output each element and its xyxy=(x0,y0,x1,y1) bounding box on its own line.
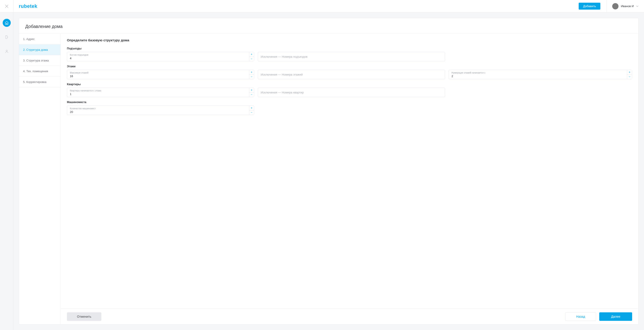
entrance-count-plus[interactable]: + xyxy=(249,52,254,57)
apartment-exclusions-input[interactable] xyxy=(261,91,442,94)
entrance-exclusions-input[interactable] xyxy=(261,55,442,58)
wizard-card: Добавление дома 1. Адрес 2. Структура до… xyxy=(19,18,639,325)
step-1-address[interactable]: 1. Адрес xyxy=(19,34,60,44)
page-title: Добавление дома xyxy=(25,24,632,29)
form-heading: Определите базовую структуру дома xyxy=(67,38,632,42)
apartment-start-value: 1 xyxy=(70,92,248,96)
svg-point-2 xyxy=(6,50,8,51)
main-area: Добавление дома 1. Адрес 2. Структура до… xyxy=(14,12,644,330)
user-icon xyxy=(5,49,9,53)
svg-point-1 xyxy=(8,37,8,37)
floor-max-stepper[interactable]: Максимум этажей 16 + − xyxy=(67,70,254,79)
add-button[interactable]: Добавить xyxy=(579,3,600,9)
apartment-exclusions-field[interactable] xyxy=(258,88,445,97)
side-nav xyxy=(0,12,14,330)
step-4-tech-rooms[interactable]: 4. Тех. помещения xyxy=(19,66,60,77)
back-button[interactable]: Назад xyxy=(565,312,596,321)
next-button[interactable]: Далее xyxy=(599,312,632,321)
form-area: Определите базовую структуру дома Подъез… xyxy=(61,34,638,325)
card-header: Добавление дома xyxy=(19,18,638,34)
nav-item-users[interactable] xyxy=(3,47,11,55)
brand-logo: rubetek xyxy=(14,3,37,9)
nav-item-buildings[interactable] xyxy=(3,19,11,27)
section-apartments-title: Квартиры xyxy=(67,83,632,86)
floor-numbering-plus[interactable]: + xyxy=(627,70,632,75)
svg-rect-0 xyxy=(6,35,7,39)
close-button[interactable] xyxy=(0,0,14,12)
entrance-count-value: 4 xyxy=(70,56,248,60)
floor-numbering-minus[interactable]: − xyxy=(627,75,632,79)
entrance-exclusions-field[interactable] xyxy=(258,52,445,61)
floor-max-minus[interactable]: − xyxy=(249,75,254,79)
section-floors-title: Этажи xyxy=(67,65,632,68)
floor-max-value: 16 xyxy=(70,74,248,78)
parking-count-value: 20 xyxy=(70,110,248,114)
building-icon xyxy=(5,21,9,25)
nav-item-devices[interactable] xyxy=(3,33,11,41)
wizard-steps: 1. Адрес 2. Структура дома 3. Структура … xyxy=(19,34,61,325)
step-3-floor-structure[interactable]: 3. Структура этажа xyxy=(19,55,60,66)
section-parking-title: Машиноместа xyxy=(67,101,632,104)
parking-count-minus[interactable]: − xyxy=(249,110,254,115)
floor-numbering-value: 2 xyxy=(452,74,626,78)
apartment-start-label: Квартиры начинаются с этажа xyxy=(70,90,248,92)
section-entrances-title: Подъезды xyxy=(67,47,632,50)
entrance-count-minus[interactable]: − xyxy=(249,57,254,61)
apartment-start-minus[interactable]: − xyxy=(249,93,254,97)
step-5-correction[interactable]: 5. Корректировка xyxy=(19,77,60,87)
chevron-down-icon xyxy=(636,5,639,7)
device-icon xyxy=(5,35,9,39)
user-name: Иванов И xyxy=(621,4,634,8)
close-icon xyxy=(5,5,8,8)
floor-exclusions-field[interactable] xyxy=(258,70,445,79)
app-header: rubetek Добавить Иванов И xyxy=(0,0,644,12)
wizard-footer: Отменить Назад Далее xyxy=(61,309,638,325)
parking-count-plus[interactable]: + xyxy=(249,106,254,110)
step-2-structure[interactable]: 2. Структура дома xyxy=(19,44,60,55)
entrance-count-stepper[interactable]: Кол-во подъездов 4 + − xyxy=(67,52,254,61)
avatar xyxy=(612,3,618,9)
cancel-button[interactable]: Отменить xyxy=(67,312,101,321)
user-menu[interactable]: Иванов И xyxy=(607,0,639,12)
apartment-start-stepper[interactable]: Квартиры начинаются с этажа 1 + − xyxy=(67,88,254,97)
entrance-count-label: Кол-во подъездов xyxy=(70,54,248,56)
floor-max-plus[interactable]: + xyxy=(249,70,254,75)
parking-count-label: Количество машиномест xyxy=(70,107,248,110)
floor-max-label: Максимум этажей xyxy=(70,72,248,74)
floor-numbering-label: Нумерация этажей начинается с xyxy=(452,72,626,74)
floor-exclusions-input[interactable] xyxy=(261,73,442,76)
apartment-start-plus[interactable]: + xyxy=(249,88,254,93)
parking-count-stepper[interactable]: Количество машиномест 20 + − xyxy=(67,105,254,115)
floor-numbering-stepper[interactable]: Нумерация этажей начинается с 2 + − xyxy=(449,70,632,79)
